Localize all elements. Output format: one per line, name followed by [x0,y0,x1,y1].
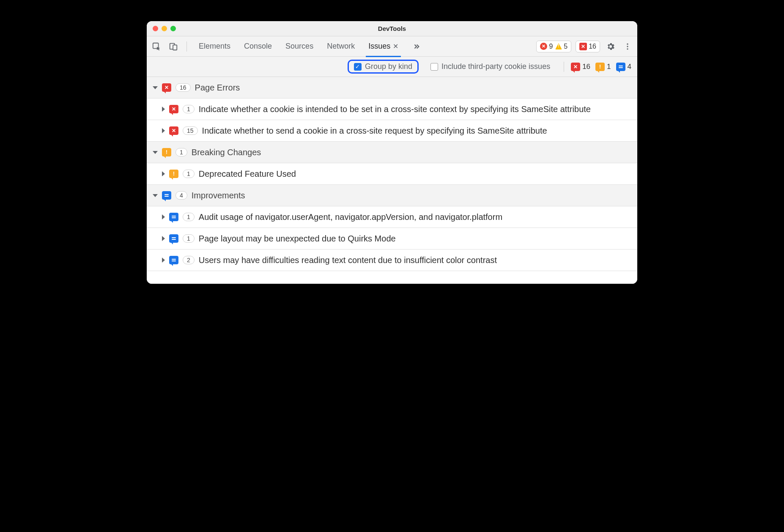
empty-area [147,271,637,284]
issue-count-badge: 1 [183,105,195,113]
info-speech-icon [169,256,178,264]
divider [186,41,187,52]
svg-rect-2 [173,45,177,50]
issue-row[interactable]: ✕ 15 Indicate whether to send a cookie i… [147,120,637,142]
tab-sources[interactable]: Sources [284,38,315,55]
chevron-right-icon [162,214,165,219]
issue-title: Page layout may be unexpected due to Qui… [199,233,631,244]
issue-title: Indicate whether a cookie is intended to… [199,104,631,115]
window-title: DevTools [147,25,637,32]
issue-title: Deprecated Feature Used [199,168,631,179]
chevron-down-icon [153,151,158,154]
group-title: Improvements [192,190,631,201]
group-count-badge: 16 [175,83,191,92]
kebab-menu-icon[interactable] [621,40,634,53]
error-speech-icon: ✕ [571,63,580,71]
traffic-lights [147,26,176,31]
tab-issues-label: Issues [368,42,390,51]
group-by-kind-label: Group by kind [365,62,412,71]
issue-row[interactable]: 1 Audit usage of navigator.userAgent, na… [147,206,637,228]
close-tab-icon[interactable]: ✕ [393,42,398,50]
warning-speech-icon: ! [169,170,178,178]
issue-row[interactable]: 2 Users may have difficulties reading te… [147,250,637,271]
inspect-element-icon[interactable] [150,40,163,53]
error-speech-icon: ✕ [162,83,171,92]
chevron-right-icon [162,171,165,176]
tab-elements[interactable]: Elements [197,38,232,55]
checkbox-checked-icon: ✓ [354,63,362,71]
svg-point-5 [627,48,628,49]
error-speech-icon: ✕ [169,105,178,113]
issue-error-count: 16 [589,43,596,50]
group-page-errors[interactable]: ✕ 16 Page Errors [147,77,637,99]
info-speech-icon [616,63,625,71]
group-breaking-changes[interactable]: ! 1 Breaking Changes [147,142,637,163]
close-window-button[interactable] [153,26,158,31]
issue-row[interactable]: 1 Page layout may be unexpected due to Q… [147,228,637,250]
checkbox-unchecked-icon [430,63,438,71]
issue-row[interactable]: ✕ 1 Indicate whether a cookie is intende… [147,99,637,120]
issue-title: Indicate whether to send a cookie in a c… [202,125,631,136]
issues-status-pill[interactable]: ✕16 [576,41,600,52]
issues-toolbar: ✓ Group by kind Include third-party cook… [147,57,637,77]
toolbar-info-count[interactable]: 4 [616,63,631,71]
issue-count-badge: 1 [183,170,195,178]
svg-point-4 [627,46,628,47]
warning-count: 5 [564,43,567,50]
issue-count-badge: 2 [183,256,195,264]
warning-speech-icon: ! [595,63,605,71]
group-title: Breaking Changes [192,147,631,158]
tab-console[interactable]: Console [242,38,274,55]
maximize-window-button[interactable] [170,26,176,31]
panel-tabbar: Elements Console Sources Network Issues … [147,36,637,57]
chevron-down-icon [153,86,158,89]
tab-issues[interactable]: Issues ✕ [367,38,400,55]
issue-error-icon: ✕ [579,43,587,50]
minimize-window-button[interactable] [162,26,167,31]
issue-count-badge: 1 [183,213,195,221]
error-icon: ✕ [540,43,547,50]
info-speech-icon [169,234,178,243]
divider [564,62,564,72]
group-count-badge: 4 [175,191,187,200]
tab-network[interactable]: Network [325,38,356,55]
titlebar: DevTools [147,21,637,36]
toolbar-warning-count[interactable]: ! 1 [595,63,611,71]
toolbar-error-count[interactable]: ✕ 16 [571,63,590,71]
issue-title: Audit usage of navigator.userAgent, navi… [199,211,631,222]
chevron-right-icon [162,107,165,112]
group-title: Page Errors [195,82,631,93]
warning-icon [555,43,562,49]
more-tabs-icon[interactable] [410,40,423,53]
error-count: 9 [549,43,553,50]
issue-row[interactable]: ! 1 Deprecated Feature Used [147,163,637,185]
include-third-party-label: Include third-party cookie issues [441,62,550,71]
tabs: Elements Console Sources Network Issues … [197,38,423,55]
device-toolbar-icon[interactable] [167,40,180,53]
settings-icon[interactable] [604,40,617,53]
chevron-right-icon [162,258,165,263]
include-third-party-checkbox[interactable]: Include third-party cookie issues [426,61,554,72]
warning-speech-icon: ! [162,148,171,156]
group-improvements[interactable]: 4 Improvements [147,185,637,206]
issue-count-badge: 1 [183,234,195,243]
chevron-right-icon [162,128,165,133]
chevron-down-icon [153,194,158,197]
issue-count-badge: 15 [183,126,198,135]
group-count-badge: 1 [175,148,187,156]
info-speech-icon [162,191,171,200]
info-speech-icon [169,213,178,221]
svg-point-3 [627,43,628,44]
chevron-right-icon [162,236,165,241]
error-speech-icon: ✕ [169,126,178,135]
devtools-window: DevTools Elements Console Sources Networ… [147,21,637,284]
issue-title: Users may have difficulties reading text… [199,255,631,266]
group-by-kind-checkbox[interactable]: ✓ Group by kind [348,60,419,74]
console-status-pill[interactable]: ✕9 5 [536,41,571,52]
